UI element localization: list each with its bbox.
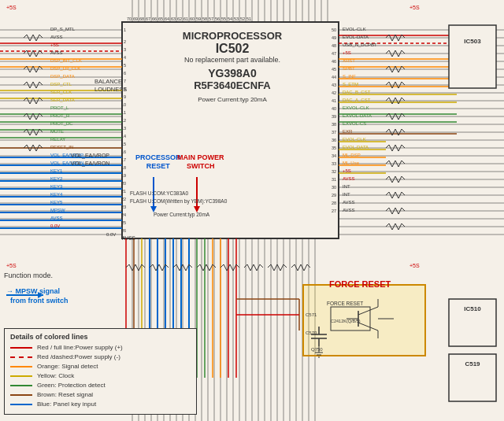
main-power-switch-label: MAIN POWERSWITCH bbox=[177, 153, 224, 171]
legend-label-orange: Orange: Signal detect bbox=[37, 363, 98, 370]
legend-label-red-dashed: Red /dashed:Power supply (-) bbox=[37, 353, 120, 360]
ic-type: MICROPROCESSOR bbox=[130, 30, 335, 42]
processor-reset-text: PROCESSORRESET bbox=[135, 153, 181, 171]
legend-label-green: Green: Protection detect bbox=[37, 382, 106, 389]
legend-title: Details of colored lines bbox=[10, 333, 191, 341]
legend-item-brown: Brown: Reset signal bbox=[10, 391, 191, 399]
model-name: A-S701 bbox=[436, 20, 498, 29]
legend-box: Details of colored lines Red / full line… bbox=[4, 328, 197, 415]
ic-code1: YG398A0 bbox=[130, 67, 335, 79]
legend-item-blue: Blue: Panel key input bbox=[10, 401, 191, 408]
legend-sample-yellow bbox=[10, 372, 34, 380]
legend-item-red-solid: Red / full line:Power supply (+) bbox=[10, 344, 191, 352]
legend-sample-brown bbox=[10, 391, 34, 399]
legend-sample-red-solid bbox=[10, 344, 34, 352]
legend-sample-orange bbox=[10, 363, 34, 371]
power-current: Power Current:typ 20mA bbox=[130, 96, 335, 103]
legend-sample-blue bbox=[10, 401, 34, 408]
ic-code2: R5F3640ECNFA bbox=[130, 79, 335, 91]
legend-label-blue: Blue: Panel key input bbox=[37, 401, 96, 408]
legend-label-brown: Brown: Reset signal bbox=[37, 391, 93, 398]
force-reset-label: FORCE RESET bbox=[329, 279, 391, 289]
legend-sample-red-dashed bbox=[10, 353, 34, 361]
function-mode-text: Function mode. bbox=[4, 271, 53, 279]
mpsw-signal-label: → MPSW signal from front switch bbox=[6, 287, 69, 305]
legend-sample-green bbox=[10, 382, 34, 390]
mpsw-text: → MPSW signal from front switch bbox=[6, 287, 69, 305]
no-replace-note: No replacement part available. bbox=[130, 56, 335, 64]
processor-reset-label: PROCESSORRESET bbox=[135, 153, 181, 171]
legend-item-orange: Orange: Signal detect bbox=[10, 363, 191, 371]
yamaha-logo: YAMAHA A-S701 bbox=[436, 3, 498, 29]
ic-number: IC502 bbox=[130, 42, 335, 56]
legend-item-red-dashed: Red /dashed:Power supply (-) bbox=[10, 353, 191, 361]
legend-item-yellow: Yellow: Clock bbox=[10, 372, 191, 380]
legend-item-green: Green: Protection detect bbox=[10, 382, 191, 390]
ic-info: MICROPROCESSOR IC502 No replacement part… bbox=[130, 30, 335, 103]
main-power-text: MAIN POWERSWITCH bbox=[177, 153, 224, 171]
legend-label-yellow: Yellow: Clock bbox=[37, 372, 74, 379]
brand-name: YAMAHA bbox=[436, 3, 498, 19]
legend-label-red-solid: Red / full line:Power supply (+) bbox=[37, 344, 123, 351]
